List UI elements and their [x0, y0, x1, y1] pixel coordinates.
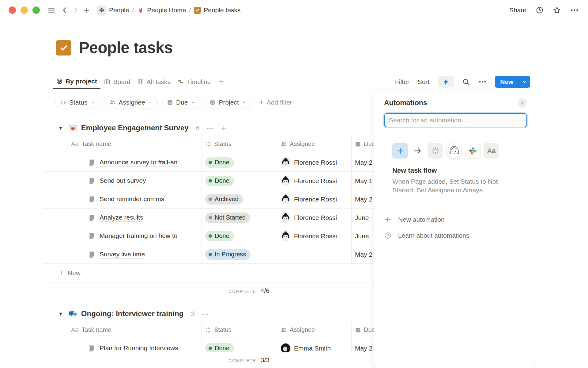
- text-caret: [389, 117, 389, 124]
- assignee-cell[interactable]: [277, 245, 351, 263]
- assignee-avatar-icon: [446, 143, 462, 159]
- sort-button[interactable]: Sort: [418, 78, 430, 86]
- plus-icon: [384, 216, 391, 223]
- automations-bolt-button[interactable]: [438, 76, 454, 87]
- plant-emoji-icon: [137, 6, 144, 14]
- search-icon[interactable]: [462, 78, 470, 86]
- group-count: 6: [196, 124, 200, 132]
- task-name-link[interactable]: Analyze results: [100, 214, 143, 222]
- group-title[interactable]: Employee Engagement Survey: [81, 124, 189, 133]
- add-view-button[interactable]: [214, 75, 228, 89]
- automation-search-box[interactable]: [384, 113, 527, 127]
- close-window-button[interactable]: [9, 6, 16, 14]
- tab-all-tasks[interactable]: All tasks: [134, 75, 174, 89]
- breadcrumb-item-people[interactable]: People: [95, 4, 131, 16]
- filter-button[interactable]: Filter: [395, 78, 409, 86]
- status-cell[interactable]: Not Started: [202, 209, 277, 227]
- learn-about-automations-link[interactable]: Learn about automations: [384, 228, 527, 243]
- column-header-due[interactable]: Due: [364, 326, 375, 333]
- filter-chip-status[interactable]: Status: [55, 96, 100, 109]
- add-filter-button[interactable]: Add filter: [258, 99, 292, 106]
- group-more-icon[interactable]: [202, 311, 209, 318]
- group-add-icon[interactable]: [215, 310, 223, 318]
- updates-clock-icon[interactable]: [536, 6, 544, 14]
- new-task-button[interactable]: New: [495, 76, 518, 88]
- close-icon[interactable]: [518, 98, 527, 108]
- status-burst-icon: [60, 99, 66, 105]
- question-circle-icon: [384, 232, 391, 239]
- nav-back-icon[interactable]: [61, 6, 69, 14]
- view-options-icon[interactable]: [478, 78, 487, 86]
- window-top-bar: People / People Home / People tasks Shar…: [0, 0, 588, 20]
- task-name-link[interactable]: Survey live time: [100, 251, 145, 259]
- status-badge: Done: [215, 232, 229, 240]
- page-checkbox-icon[interactable]: [56, 40, 71, 56]
- complete-label: COMPLETE: [229, 358, 256, 363]
- column-header-task[interactable]: Task name: [81, 140, 111, 148]
- group-collapse-toggle[interactable]: ▼: [58, 125, 63, 131]
- favorite-star-icon[interactable]: [553, 6, 561, 14]
- avatar: [281, 176, 291, 186]
- group-title[interactable]: Ongoing: Interviewer training: [81, 309, 184, 319]
- filter-chip-due[interactable]: Due: [162, 96, 201, 109]
- assignee-cell[interactable]: Florence Rossi: [277, 190, 351, 208]
- new-task-dropdown-button[interactable]: [519, 76, 530, 88]
- avatar: [281, 231, 291, 241]
- new-task-split-button[interactable]: New: [495, 76, 530, 88]
- group-complete-summary: COMPLETE 3/3: [43, 356, 270, 364]
- calendar-icon: [355, 141, 361, 147]
- breadcrumb-item-people-tasks[interactable]: People tasks: [191, 5, 243, 15]
- page-icon: [88, 214, 96, 221]
- group-more-icon[interactable]: [206, 125, 213, 132]
- assignee-cell[interactable]: Florence Rossi: [277, 227, 351, 245]
- more-options-icon[interactable]: [570, 6, 579, 14]
- status-cell[interactable]: In Progress: [202, 245, 277, 263]
- column-header-due[interactable]: Due: [364, 140, 375, 148]
- assignee-cell[interactable]: Florence Rossi: [277, 172, 351, 190]
- minimize-window-button[interactable]: [21, 6, 28, 14]
- task-name-link[interactable]: Plan for Running Interviews: [100, 344, 178, 352]
- assignee-cell[interactable]: Florence Rossi: [277, 153, 351, 171]
- automation-card-description: When Page added, Set Status to Not Start…: [392, 177, 512, 194]
- column-header-status[interactable]: Status: [214, 326, 232, 333]
- task-name-link[interactable]: Send out survey: [100, 177, 146, 185]
- workspace-icon: [97, 6, 106, 15]
- automation-card-title: New task flow: [392, 167, 519, 174]
- new-automation-button[interactable]: New automation: [384, 212, 527, 227]
- zoom-window-button[interactable]: [32, 6, 40, 14]
- column-header-status[interactable]: Status: [214, 140, 232, 148]
- filter-chip-assignee[interactable]: Assignee: [105, 96, 158, 109]
- panel-divider: [374, 211, 535, 211]
- new-page-icon[interactable]: [82, 6, 90, 14]
- status-cell[interactable]: Done: [202, 172, 277, 190]
- tab-timeline[interactable]: Timeline: [174, 75, 214, 89]
- sidebar-toggle-icon[interactable]: [47, 6, 55, 14]
- status-badge: In Progress: [215, 251, 246, 258]
- status-badge: Done: [215, 345, 229, 352]
- group-collapse-toggle[interactable]: ▼: [58, 311, 63, 317]
- column-header-assignee[interactable]: Assignee: [290, 140, 315, 148]
- status-cell[interactable]: Done: [202, 227, 277, 245]
- column-header-task[interactable]: Task name: [81, 326, 111, 333]
- nav-forward-icon[interactable]: [72, 6, 79, 14]
- status-cell[interactable]: Done: [202, 153, 277, 171]
- chevron-down-icon: [148, 100, 153, 105]
- group-add-icon[interactable]: [220, 125, 228, 132]
- text-type-icon: Aa: [71, 326, 78, 333]
- automation-card-new-task-flow[interactable]: Aa New task flow When Page added, Set St…: [384, 135, 527, 202]
- status-cell[interactable]: Archived: [202, 190, 277, 208]
- task-name-link[interactable]: Announce survey to #all-an: [100, 159, 178, 167]
- task-name-link[interactable]: Manager training on how to: [100, 232, 178, 240]
- calendar-icon: [355, 327, 361, 333]
- task-name-link[interactable]: Send reminder comms: [100, 195, 164, 203]
- status-badge: Archived: [215, 196, 239, 203]
- filter-chip-project[interactable]: Project: [205, 96, 251, 109]
- tab-board[interactable]: Board: [100, 75, 134, 89]
- breadcrumb-item-people-home[interactable]: People Home: [134, 5, 188, 15]
- tab-by-project[interactable]: By project: [53, 75, 100, 89]
- share-button[interactable]: Share: [509, 6, 526, 14]
- automation-search-input[interactable]: [389, 117, 522, 124]
- assignee-cell[interactable]: Florence Rossi: [277, 209, 351, 227]
- calendar-icon: [167, 99, 173, 105]
- column-header-assignee[interactable]: Assignee: [290, 326, 315, 333]
